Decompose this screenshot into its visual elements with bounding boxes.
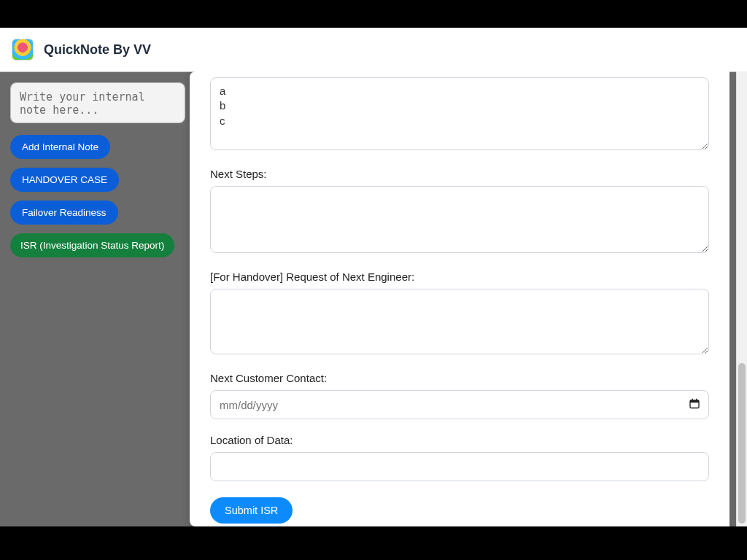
isr-button[interactable]: ISR (Investigation Status Report) — [10, 233, 174, 257]
location-of-data-input[interactable] — [210, 452, 709, 481]
handover-case-button[interactable]: HANDOVER CASE — [10, 168, 119, 192]
app-logo-icon — [12, 39, 34, 61]
app-bar: QuickNote By VV — [0, 28, 747, 71]
isr-previous-textarea[interactable] — [210, 77, 709, 150]
next-customer-contact-field — [210, 390, 709, 419]
main-canvas: Add Internal Note HANDOVER CASE Failover… — [0, 71, 747, 526]
failover-readiness-button[interactable]: Failover Readiness — [10, 201, 118, 225]
next-steps-textarea[interactable] — [210, 186, 709, 253]
app-title: QuickNote By VV — [44, 42, 151, 58]
submit-isr-button[interactable]: Submit ISR — [210, 497, 293, 524]
isr-form-panel: Next Steps: [For Handover] Request of Ne… — [190, 71, 729, 526]
next-customer-contact-input[interactable] — [210, 390, 709, 419]
handover-request-label: [For Handover] Request of Next Engineer: — [210, 271, 709, 283]
add-internal-note-button[interactable]: Add Internal Note — [10, 135, 110, 159]
letterbox-bottom — [0, 526, 747, 560]
location-of-data-label: Location of Data: — [210, 434, 709, 446]
internal-note-input[interactable] — [10, 82, 185, 123]
next-customer-contact-label: Next Customer Contact: — [210, 372, 709, 384]
scrollbar-thumb[interactable] — [738, 363, 746, 524]
next-steps-label: Next Steps: — [210, 168, 709, 180]
vertical-scrollbar[interactable] — [736, 71, 747, 526]
handover-request-textarea[interactable] — [210, 289, 709, 354]
letterbox-top — [0, 0, 747, 28]
app-viewport: QuickNote By VV Add Internal Note HANDOV… — [0, 28, 747, 526]
left-column: Add Internal Note HANDOVER CASE Failover… — [10, 82, 185, 257]
left-button-stack: Add Internal Note HANDOVER CASE Failover… — [10, 135, 185, 257]
